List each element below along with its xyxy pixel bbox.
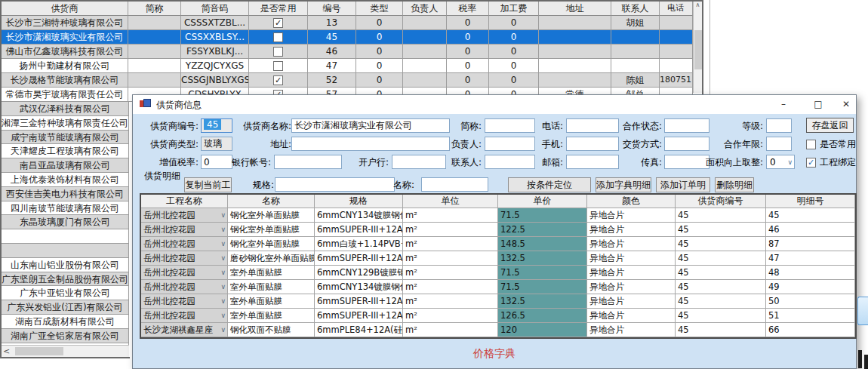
supplier-row[interactable] — [2, 229, 129, 244]
supplier-no-cell[interactable]: 45 — [676, 208, 766, 223]
unit-cell[interactable]: m² — [403, 208, 498, 223]
name-filter-input[interactable] — [421, 177, 488, 192]
price-cell[interactable]: 71.5 — [498, 208, 587, 223]
supplier-no-cell[interactable]: 45 — [676, 309, 766, 323]
grade-field[interactable] — [766, 118, 792, 133]
color-cell[interactable]: 异地合片 — [587, 237, 676, 251]
number-cell[interactable]: 52 — [308, 73, 356, 88]
color-cell[interactable]: 异地合片 — [587, 309, 676, 323]
supplier-row[interactable]: 广东坚朗五金制品股份有限公司 — [2, 272, 129, 287]
number-cell[interactable]: 13 — [308, 16, 356, 30]
short-name-cell[interactable] — [128, 30, 181, 45]
is-common-cell[interactable] — [249, 16, 308, 30]
price-cell[interactable]: 71.5 — [498, 266, 587, 280]
spec-cell[interactable]: 6mmSUPER-III+12A(硅... — [315, 223, 403, 237]
col-header-contact[interactable]: 联系人 — [611, 2, 660, 16]
manager-cell[interactable] — [403, 30, 447, 45]
name-cell[interactable]: 钢化室外单面贴膜 — [228, 208, 315, 223]
horizontal-scrollbar[interactable]: < — [2, 345, 129, 357]
detail-no-cell[interactable]: 48 — [766, 266, 855, 280]
price-cell[interactable]: 120 — [498, 323, 587, 337]
spec-cell[interactable]: 6mmCNY134镀膜钢化 — [315, 208, 403, 223]
name-cell[interactable]: 钢化室外单面贴膜 — [228, 237, 315, 251]
project-bind-checkbox[interactable]: ✓ — [806, 158, 816, 168]
scroll-up-icon[interactable]: ∧ — [696, 2, 700, 8]
name-cell[interactable]: 磨砂钢化室外单面贴膜 — [228, 251, 315, 266]
tax-rate-cell[interactable]: 0 — [447, 45, 489, 59]
contact-cell[interactable] — [611, 45, 660, 59]
detail-row[interactable]: 岳州北控花园∨ 室外单面贴膜 6mmCNY129B镀膜钢化 m² 71.5 异地… — [141, 266, 855, 280]
col-header-type[interactable]: 类型 — [356, 2, 403, 16]
scroll-left-icon[interactable]: < — [3, 346, 10, 356]
supplier-no-cell[interactable]: 45 — [676, 294, 766, 309]
supplier-no-cell[interactable]: 45 — [676, 251, 766, 266]
supplier-row[interactable]: 广东中亚铝业有限公司 — [2, 286, 129, 300]
col-header-unit[interactable]: 单位 — [403, 195, 498, 208]
scrollbar-thumb[interactable] — [15, 347, 63, 355]
supplier-row[interactable]: 湖南百成新材料有限公司 — [2, 315, 129, 329]
address-cell[interactable] — [539, 73, 611, 88]
supplier-row[interactable]: 东晶玻璃厦门有限公司 — [2, 215, 129, 229]
spec-cell[interactable]: 6mmCNY134镀膜钢化 — [315, 280, 403, 294]
supplier-name-cell[interactable]: 扬州中勤建材有限公司 — [2, 59, 128, 73]
detail-no-cell[interactable]: 51 — [766, 309, 855, 323]
maximize-button[interactable]: □ — [802, 95, 835, 114]
pinyin-code-cell[interactable]: FSSYXBLKJ... — [181, 45, 249, 59]
process-fee-cell[interactable]: 0 — [489, 45, 539, 59]
col-header-color[interactable]: 颜色 — [587, 195, 676, 208]
supplier-name-cell[interactable]: 佛山市亿鑫玻璃科技有限公司 — [2, 45, 128, 59]
scrollbar-thumb[interactable] — [694, 30, 702, 69]
spec-cell[interactable]: 6mmPLE84+12A(硅酮胶... — [315, 323, 403, 337]
detail-no-cell[interactable]: 50 — [766, 294, 855, 309]
supplier-row[interactable]: 西安佳吉美电力科技有限公司 — [2, 187, 129, 201]
color-cell[interactable]: 异地合片 — [587, 323, 676, 337]
is-common-cell[interactable] — [249, 59, 308, 73]
phone-cell[interactable] — [660, 59, 693, 73]
col-header-project[interactable]: 工程名称 — [141, 195, 228, 208]
project-combo-cell[interactable]: 岳州北控花园∨ — [141, 208, 228, 223]
process-fee-cell[interactable]: 0 — [489, 59, 539, 73]
name-cell[interactable]: 室外单面贴膜 — [228, 309, 315, 323]
pinyin-code-cell[interactable]: CSSGJNBLYXGS — [181, 73, 249, 88]
project-combo-cell[interactable]: 岳州北控花园∨ — [141, 294, 228, 309]
unit-cell[interactable]: m² — [403, 280, 498, 294]
delivery-method-field[interactable] — [664, 137, 709, 151]
color-cell[interactable]: 异地合片 — [587, 208, 676, 223]
pinyin-code-cell[interactable]: CSSSXTZBL... — [181, 16, 249, 30]
unit-cell[interactable]: m² — [403, 223, 498, 237]
coop-years-field[interactable] — [766, 137, 792, 151]
price-cell[interactable]: 126.5 — [498, 309, 587, 323]
tax-rate-cell[interactable]: 0 — [447, 59, 489, 73]
address-cell[interactable] — [539, 30, 611, 45]
detail-row[interactable]: 岳州北控花园∨ 钢化室外单面贴膜 6mm白玻+1.14PVB+6mm... m²… — [141, 237, 855, 251]
short-name-cell[interactable] — [128, 16, 181, 30]
contact-cell[interactable] — [611, 59, 660, 73]
common-checkbox[interactable] — [273, 47, 283, 57]
supplier-row[interactable]: 山东南山铝业股份有限公司 — [2, 258, 129, 272]
supplier-row[interactable]: 佛山市亿鑫玻璃科技有限公司 FSSYXBLKJ... 46 0 0 0 — [2, 45, 693, 59]
minimize-button[interactable]: – — [767, 95, 800, 114]
type-cell[interactable]: 0 — [356, 45, 403, 59]
manager-cell[interactable] — [403, 73, 447, 88]
number-cell[interactable]: 47 — [308, 59, 356, 73]
unit-cell[interactable]: m² — [403, 266, 498, 280]
col-header-spec[interactable]: 规格 — [315, 195, 403, 208]
type-cell[interactable]: 0 — [356, 16, 403, 30]
color-cell[interactable]: 异地合片 — [587, 280, 676, 294]
pinyin-code-cell[interactable]: CSSXXBLSY... — [181, 30, 249, 45]
supplier-row[interactable]: 湖南广亚全铝家居有限公司 — [2, 329, 129, 343]
save-return-button[interactable]: 存盘返回 — [806, 118, 854, 133]
supplier-row[interactable]: 广东兴发铝业(江西)有限公司 — [2, 300, 129, 315]
address-cell[interactable] — [539, 16, 611, 30]
col-header-address[interactable]: 地址 — [539, 2, 611, 16]
supplier-row[interactable]: 天津耀皮工程玻璃有限公司 — [2, 144, 129, 158]
unit-cell[interactable]: m² — [403, 237, 498, 251]
name-cell[interactable]: 钢化室外单面贴膜 — [228, 223, 315, 237]
name-cell[interactable]: 室外单面贴膜 — [228, 280, 315, 294]
type-cell[interactable]: 0 — [356, 30, 403, 45]
supplier-name-cell[interactable]: 长沙市潇湘玻璃实业有限公司 — [2, 30, 128, 45]
project-combo-cell[interactable]: 岳州北控花园∨ — [141, 223, 228, 237]
common-checkbox[interactable] — [273, 61, 283, 71]
project-combo-cell[interactable]: 岳州北控花园∨ — [141, 237, 228, 251]
bank-account-field[interactable] — [274, 155, 342, 169]
